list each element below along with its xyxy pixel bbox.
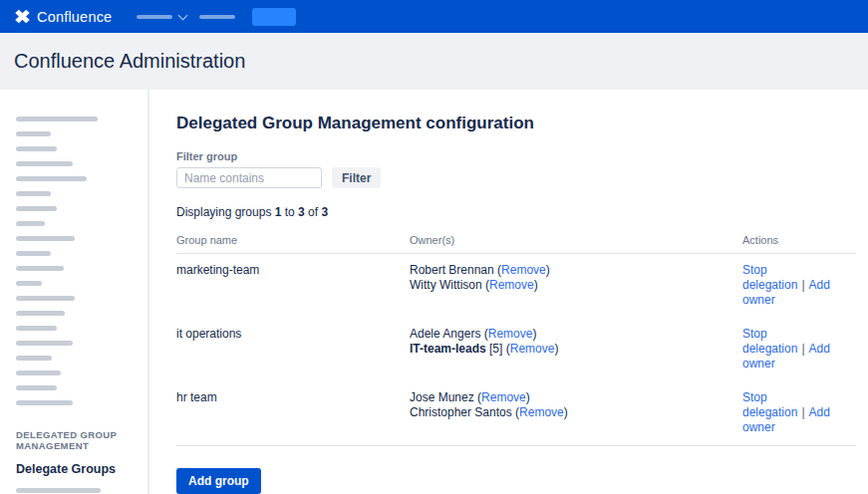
column-header-owners: Owner(s) — [410, 234, 742, 246]
paren-close: ) — [554, 342, 558, 356]
sidebar-skeleton-line — [16, 131, 51, 136]
summary-prefix: Displaying groups — [176, 205, 275, 219]
action-separator: | — [801, 405, 804, 419]
table-row: marketing-teamRobert Brennan (Remove)Wit… — [176, 254, 856, 318]
sidebar-skeleton-list — [16, 117, 132, 405]
actions-cell: Stop delegation|Add owner — [742, 327, 856, 371]
remove-owner-link[interactable]: Remove — [481, 390, 526, 404]
owner-name: Witty Wittison — [410, 278, 482, 292]
summary-sep1: to — [281, 205, 298, 219]
owner-line: Robert Brennan (Remove) — [410, 263, 742, 278]
paren-close: ) — [546, 263, 550, 277]
sidebar-skeleton-line — [16, 117, 98, 122]
owner-line: Witty Wittison (Remove) — [410, 278, 742, 293]
owner-line: IT-team-leads [5] (Remove) — [410, 342, 742, 357]
nav-skeleton-item — [199, 15, 235, 19]
paren-close: ) — [526, 390, 530, 404]
sidebar-item-delegate-groups[interactable]: Delegate Groups — [16, 462, 132, 476]
owners-cell: Adele Angers (Remove)IT-team-leads [5] (… — [410, 327, 742, 371]
remove-owner-link[interactable]: Remove — [510, 342, 555, 356]
actions-cell: Stop delegation|Add owner — [742, 390, 856, 435]
remove-owner-link[interactable]: Remove — [519, 405, 564, 419]
column-header-actions: Actions — [742, 234, 856, 246]
group-name-cell: hr team — [176, 390, 410, 435]
sidebar-skeleton-line — [16, 236, 75, 241]
confluence-logo-icon — [14, 8, 31, 25]
sidebar-skeleton-line — [16, 206, 57, 211]
sidebar-skeleton-line — [16, 176, 87, 181]
action-separator: | — [801, 342, 804, 356]
nav-skeleton-button — [252, 8, 296, 26]
remove-owner-link[interactable]: Remove — [488, 327, 533, 341]
sidebar-skeleton-line — [16, 341, 73, 346]
groups-table-header: Group name Owner(s) Actions — [176, 234, 856, 254]
action-separator: | — [801, 278, 804, 292]
owner-name: IT-team-leads — [410, 342, 486, 356]
page-title: Confluence Administration — [14, 50, 245, 73]
actions-cell: Stop delegation|Add owner — [742, 263, 856, 308]
sidebar-skeleton-line — [16, 251, 51, 256]
nav-skeleton-menu — [137, 15, 172, 19]
stop-delegation-link[interactable]: Stop delegation — [742, 263, 797, 292]
paren-open: ( — [482, 278, 489, 292]
column-header-group-name: Group name — [176, 234, 410, 246]
owner-line: Christopher Santos (Remove) — [410, 405, 742, 420]
sidebar-skeleton-line — [16, 191, 51, 196]
paren-open: ( — [502, 342, 509, 356]
filter-group-label: Filter group — [176, 150, 857, 162]
paren-open: ( — [474, 390, 481, 404]
sidebar-skeleton-line — [16, 296, 75, 301]
results-summary: Displaying groups 1 to 3 of 3 — [176, 205, 857, 219]
remove-owner-link[interactable]: Remove — [489, 278, 534, 292]
owner-line: Adele Angers (Remove) — [410, 327, 742, 342]
paren-close: ) — [564, 405, 568, 419]
filter-group-input[interactable] — [176, 167, 322, 188]
owner-member-count: [5] — [486, 342, 503, 356]
summary-to: 3 — [298, 205, 305, 219]
summary-total: 3 — [321, 205, 328, 219]
owner-line: Jose Munez (Remove) — [410, 390, 742, 405]
owners-cell: Jose Munez (Remove)Christopher Santos (R… — [410, 390, 742, 435]
sidebar-skeleton-line — [16, 221, 45, 226]
sidebar-skeleton-line — [16, 400, 73, 405]
paren-open: ( — [494, 263, 501, 277]
main-content: Delegated Group Management configuration… — [149, 90, 868, 494]
sidebar-skeleton-line — [16, 311, 65, 316]
sidebar-skeleton-line — [16, 281, 42, 286]
sidebar-skeleton-line — [16, 356, 52, 361]
filter-button[interactable]: Filter — [332, 167, 381, 188]
group-name-cell: it operations — [176, 327, 410, 371]
groups-table: Group name Owner(s) Actions marketing-te… — [176, 234, 856, 446]
paren-open: ( — [512, 405, 519, 419]
sidebar-skeleton-line — [16, 161, 73, 166]
layout: DELEGATED GROUP MANAGEMENT Delegate Grou… — [0, 90, 868, 494]
owner-name: Christopher Santos — [410, 405, 512, 419]
confluence-logo[interactable]: Confluence — [14, 8, 112, 25]
admin-sidebar: DELEGATED GROUP MANAGEMENT Delegate Grou… — [0, 90, 149, 494]
remove-owner-link[interactable]: Remove — [501, 263, 546, 277]
paren-close: ) — [534, 278, 538, 292]
owners-cell: Robert Brennan (Remove)Witty Wittison (R… — [410, 263, 742, 308]
filter-block: Filter group Filter — [176, 150, 857, 188]
owner-name: Adele Angers — [410, 327, 480, 341]
stop-delegation-link[interactable]: Stop delegation — [742, 390, 797, 419]
sidebar-skeleton-line — [16, 385, 57, 390]
summary-sep2: of — [305, 205, 322, 219]
page-header: Confluence Administration — [0, 33, 868, 90]
owner-name: Robert Brennan — [410, 263, 494, 277]
sidebar-section-label: DELEGATED GROUP MANAGEMENT — [16, 429, 132, 451]
sidebar-skeleton-line — [16, 146, 57, 151]
owner-name: Jose Munez — [410, 390, 474, 404]
paren-close: ) — [532, 327, 536, 341]
table-row: it operationsAdele Angers (Remove)IT-tea… — [176, 318, 856, 381]
sidebar-skeleton-line — [16, 488, 101, 493]
table-row: hr teamJose Munez (Remove)Christopher Sa… — [176, 381, 856, 445]
add-group-button[interactable]: Add group — [176, 468, 261, 494]
stop-delegation-link[interactable]: Stop delegation — [742, 327, 797, 356]
paren-open: ( — [480, 327, 487, 341]
section-title: Delegated Group Management configuration — [176, 114, 857, 133]
group-name-cell: marketing-team — [176, 263, 410, 308]
sidebar-skeleton-line — [16, 326, 57, 331]
sidebar-skeleton-line — [16, 370, 61, 375]
chevron-down-icon — [178, 10, 188, 20]
